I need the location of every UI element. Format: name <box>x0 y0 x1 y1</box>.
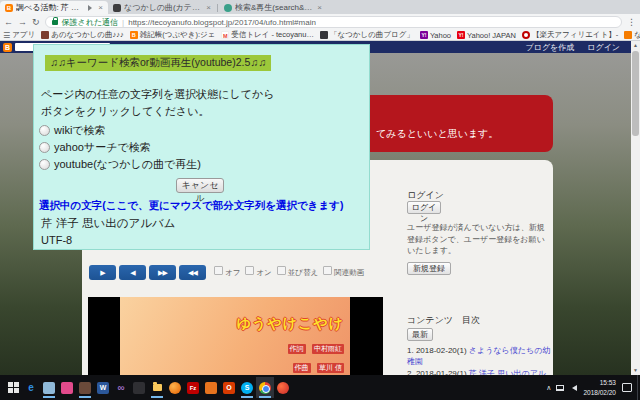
firefox-icon <box>169 382 181 394</box>
contents-list: 1. 2018-02-20(1) さようなら僕たちの幼稚園 2. 2018-01… <box>407 345 553 375</box>
bookmark-natsukashi-song[interactable]: あのなつかしの曲♪♪♪ <box>41 30 123 40</box>
bookmark-label: Yahoo <box>430 31 451 40</box>
taskbar-filezilla[interactable]: Fz <box>184 377 202 398</box>
bookmark-rakuten-affiliate[interactable]: 【楽天アフィリエイト】- <box>522 30 618 40</box>
option-youtube-play[interactable]: youtube(なつかしの曲で再生) <box>39 157 201 172</box>
action-center-icon[interactable] <box>622 383 632 392</box>
create-blog-link[interactable]: ブログを作成 <box>526 42 575 53</box>
network-icon[interactable] <box>556 385 564 391</box>
reload-icon[interactable]: ↻ <box>32 18 40 27</box>
url-text: https://tecoyanufo.blogspot.jp/2017/04/u… <box>128 18 316 27</box>
taskbar-word[interactable]: W <box>94 377 112 398</box>
taskbar-edge[interactable]: e <box>22 377 40 398</box>
photos-icon <box>61 382 73 394</box>
previous-button[interactable]: ◀ <box>119 265 146 280</box>
rakuten-icon <box>522 31 530 39</box>
sort-checkbox[interactable] <box>277 266 286 275</box>
taskbar-openshot[interactable] <box>202 377 220 398</box>
taskbar-clock[interactable]: 15:53 2018/02/20 <box>583 378 616 396</box>
tab-close-icon[interactable]: × <box>206 3 211 12</box>
bookmark-inbox[interactable]: M 受信トレイ - tecoyanu… <box>221 30 314 40</box>
forward-icon[interactable]: → <box>18 18 27 27</box>
browser-menu-icon[interactable]: ⋮ <box>627 17 636 27</box>
volume-icon[interactable] <box>569 385 577 391</box>
taskbar-3d-viewer[interactable] <box>40 377 58 398</box>
screen: B 調べる活動: 芹 洋子 思.. × なつかしの曲(カテゴリーリス × 検索&… <box>0 0 640 400</box>
taskbar-visual-studio[interactable]: ∞ <box>112 377 130 398</box>
windows-taskbar: e W ∞ Fz O S ∧ 15:53 2018/02/20 <box>0 375 640 400</box>
contents-entry[interactable]: 1. 2018-02-20(1) さようなら僕たちの幼稚園 <box>407 345 553 367</box>
video-player[interactable]: ゆうやけこやけ 作詞 中村雨紅 作曲 草川 信 編曲 福田和禾子 <box>88 297 383 375</box>
taskbar-skype[interactable]: S <box>238 377 256 398</box>
off-checkbox[interactable] <box>214 266 223 275</box>
taskbar-photos[interactable] <box>58 377 76 398</box>
bookmark-yahoo-japan[interactable]: Y! Yahoo! JAPAN <box>457 31 516 40</box>
bookmark-natsukashi-blog[interactable]: 「なつかしの曲ブログ」 <box>320 30 414 40</box>
tab-close-icon[interactable]: × <box>317 3 322 12</box>
omnibox-separator: | <box>122 18 124 27</box>
tray-chevron-up-icon[interactable]: ∧ <box>546 384 551 392</box>
browser-toolbar: ← → ↻ 保護された通信 | https://tecoyanufo.blogs… <box>0 14 640 30</box>
cancel-button[interactable]: キャンセル <box>176 178 224 193</box>
skype-icon: S <box>241 382 253 394</box>
clock-date: 2018/02/20 <box>583 388 616 397</box>
fast-forward-button[interactable]: ▶▶ <box>149 265 176 280</box>
checkbox-label: 並び替え <box>288 268 318 278</box>
scroll-down-icon[interactable]: ▼ <box>631 366 640 375</box>
security-label: 保護された通信 <box>62 17 119 28</box>
back-icon[interactable]: ← <box>4 18 13 27</box>
tab-close-icon[interactable]: × <box>98 3 103 12</box>
taskbar-file-explorer[interactable] <box>148 377 166 398</box>
address-bar[interactable]: 保護された通信 | https://tecoyanufo.blogspot.jp… <box>45 16 622 28</box>
radio-label: wikiで検索 <box>54 123 106 138</box>
page-scrollbar[interactable]: ▲ ▼ <box>631 41 640 375</box>
taskbar-firefox[interactable] <box>166 377 184 398</box>
scroll-up-icon[interactable]: ▲ <box>631 41 640 50</box>
bookmark-label: 受信トレイ - tecoyanu… <box>231 30 314 40</box>
latest-button[interactable]: 最新 <box>407 328 433 341</box>
bookmark-song-blog[interactable]: なつかしの曲ブログヴァ- <box>624 30 640 40</box>
bookmarks-bar: ☰ アプリ あのなつかしの曲♪♪♪ B 雑記帳(つぶやき):ジェ M 受信トレイ… <box>0 30 640 41</box>
tab-category-list[interactable]: なつかしの曲(カテゴリーリス × <box>108 1 216 14</box>
taskbar-chrome-active[interactable] <box>256 377 274 398</box>
checkbox-on-group: オン <box>245 268 271 278</box>
scrollbar-thumb[interactable] <box>632 51 639 136</box>
yahoo-japan-icon: Y! <box>457 31 465 39</box>
taskbar-terminal[interactable] <box>130 377 148 398</box>
start-button[interactable] <box>4 377 22 398</box>
tab-current-page[interactable]: B 調べる活動: 芹 洋子 思.. × <box>0 1 108 14</box>
taskbar-image-viewer[interactable] <box>76 377 94 398</box>
blogger-favicon-icon: B <box>5 4 13 12</box>
selected-text[interactable]: 芹 洋子 思い出のアルバム <box>41 216 176 231</box>
tab-strip: B 調べる活動: 芹 洋子 思.. × なつかしの曲(カテゴリーリス × 検索&… <box>0 0 640 14</box>
contents-entry[interactable]: 2. 2018-01-29(1) 芹 洋子 思い出のアルバム <box>407 368 553 375</box>
word-icon: W <box>97 382 109 394</box>
chrome-icon <box>259 382 271 394</box>
related-videos-checkbox[interactable] <box>323 266 332 275</box>
explorer-folder-icon <box>153 384 162 391</box>
bookmark-yahoo[interactable]: Y! Yahoo <box>420 31 451 40</box>
checkbox-label: オフ <box>225 268 240 278</box>
taskbar-office[interactable]: O <box>220 377 238 398</box>
blogger-logo-icon[interactable]: B <box>3 43 12 52</box>
radio-icon[interactable] <box>39 159 50 170</box>
rewind-button[interactable]: ◀◀ <box>179 265 206 280</box>
radio-icon[interactable] <box>39 142 50 153</box>
tab-title: 検索&再生(search&repl <box>235 2 314 13</box>
login-button[interactable]: ログイン <box>407 201 441 214</box>
register-button[interactable]: 新規登録 <box>407 262 451 275</box>
on-checkbox[interactable] <box>245 266 254 275</box>
option-wiki-search[interactable]: wikiで検索 <box>39 123 106 138</box>
option-yahoo-search[interactable]: yahooサーチで検索 <box>39 140 151 155</box>
tab-search-replay[interactable]: 検索&再生(search&repl × <box>219 1 327 14</box>
radio-icon[interactable] <box>39 125 50 136</box>
bookmark-zakkicho[interactable]: B 雑記帳(つぶやき):ジェ <box>130 30 216 40</box>
apps-icon: ☰ <box>3 31 10 40</box>
play-button[interactable]: ▶ <box>89 265 116 280</box>
bookmark-label: あのなつかしの曲♪♪♪ <box>51 30 123 40</box>
taskbar-browser-2[interactable] <box>274 377 292 398</box>
radio-label: yahooサーチで検索 <box>54 140 151 155</box>
player-controls: ▶ ◀ ▶▶ ◀◀ オフ オン 並び替え 関連動画 <box>89 265 364 280</box>
navbar-login-link[interactable]: ログイン <box>587 42 620 53</box>
bookmark-apps[interactable]: ☰ アプリ <box>3 30 35 40</box>
